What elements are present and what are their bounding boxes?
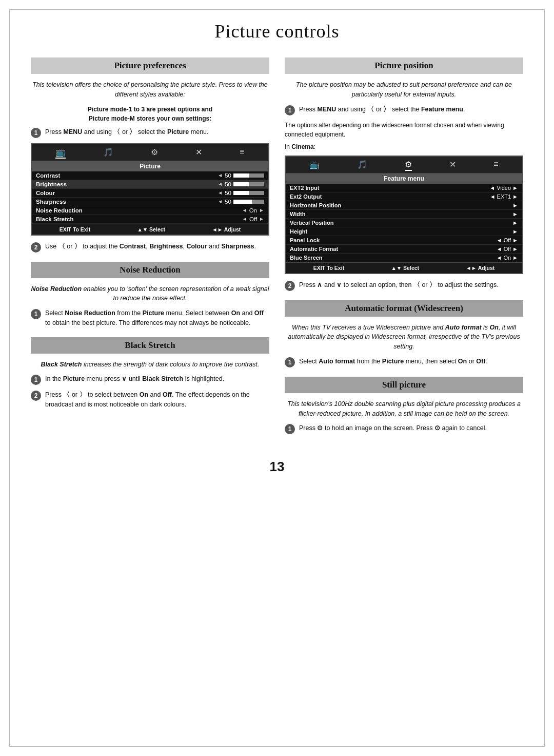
tv-icon2: 📺 [309,160,320,171]
step-num-1: 1 [31,128,41,138]
pp-step-num-2: 2 [285,281,295,291]
timer-icon: ✕ [195,147,202,159]
step2-text: Use 〈 or 〉 to adjust the Contrast, Brigh… [45,242,269,251]
music-icon: 🎵 [103,147,113,159]
list-icon2: ≡ [493,160,498,171]
black-stretch-section: Black Stretch Black Stretch increases th… [31,337,269,410]
menu-row-black-stretch: Black Stretch ◄ Off ► [32,215,268,224]
menu-row-sharpness: Sharpness ◄ 50 [32,198,268,206]
page-number: 13 [31,459,523,475]
black-stretch-body: Black Stretch increases the strength of … [31,360,269,370]
picture-preferences-header: Picture preferences [31,57,269,74]
feature-row-hpos: Horizontal Position ► [286,201,522,210]
auto-format-body: When this TV receives a true Widescreen … [285,323,523,352]
tv-icon: 📺 [55,147,66,159]
sp-step1-text: Press ⊙ to hold an image on the screen. … [299,423,523,433]
feature-row-bluescreen: Blue Screen ◄On► [286,254,522,262]
feature-menu-section-title: Feature menu [286,173,522,184]
feature-menu-icons-row: 📺 🎵 ⚙ ✕ ≡ [286,157,522,173]
feature-row-width: Width ► [286,210,522,219]
black-stretch-step2: 2 Press 〈 or 〉 to select between On and … [31,390,269,410]
settings-icon: ⚙ [151,147,158,159]
cinema-label: In Cinema: [285,142,523,151]
picture-position-step1: 1 Press MENU and using 〈 or 〉 select the… [285,105,523,115]
picture-preferences-intro: This television offers the choice of per… [31,80,269,100]
timer-icon2: ✕ [449,160,456,171]
settings-icon2: ⚙ [405,160,412,171]
feature-row-ext2input: EXT2 Input ◄Video► [286,184,522,192]
noise-reduction-header: Noise Reduction [31,262,269,278]
picture-position-intro: The picture position may be adjusted to … [285,80,523,100]
two-column-layout: Picture preferences This television offe… [31,57,523,443]
picture-pref-step2: 2 Use 〈 or 〉 to adjust the Contrast, Bri… [31,242,269,253]
still-picture-header: Still picture [285,377,523,393]
pp-step-num-1: 1 [285,105,295,115]
menu-icons-row: 📺 🎵 ⚙ ✕ ≡ [32,144,268,161]
feature-menu-footer: EXIT To Exit ▲▼ Select ◄► Adjust [286,262,522,273]
left-column: Picture preferences This television offe… [31,57,269,443]
still-picture-body: This television's 100Hz double scanning … [285,399,523,419]
picture-position-options-note: The options alter depending on the wides… [285,121,523,139]
menu-footer: EXIT To Exit ▲▼ Select ◄► Adjust [32,224,268,235]
feature-row-panellock: Panel Lock ◄Off► [286,236,522,245]
black-stretch-step1: 1 In the Picture menu press ∨ until Blac… [31,374,269,385]
af-step1-text: Select Auto format from the Picture menu… [299,357,523,366]
bs-step1-text: In the Picture menu press ∨ until Black … [45,374,269,384]
still-picture-step1: 1 Press ⊙ to hold an image on the screen… [285,423,523,434]
sp-step-num-1: 1 [285,424,295,434]
pp-step1-text: Press MENU and using 〈 or 〉 select the F… [299,105,523,114]
black-stretch-header: Black Stretch [31,337,269,354]
bs-step2-text: Press 〈 or 〉 to select between On and Of… [45,390,269,410]
picture-mode-note: Picture mode-1 to 3 are preset options a… [31,105,269,123]
noise-reduction-step1: 1 Select Noise Reduction from the Pictur… [31,308,269,328]
noise-reduction-body: Noise Reduction enables you to 'soften' … [31,284,269,304]
picture-menu-mockup: 📺 🎵 ⚙ ✕ ≡ Picture Contrast ◄ 50 [31,143,269,236]
picture-position-section: Picture position The picture position ma… [285,57,523,291]
feature-row-vpos: Vertical Position ► [286,219,522,227]
af-step-num-1: 1 [285,357,295,367]
picture-preferences-section: Picture preferences This television offe… [31,57,269,253]
menu-row-colour: Colour ◄ 50 [32,189,268,198]
auto-format-section: Automatic format (Widescreen) When this … [285,300,523,367]
bs-step-num-1: 1 [31,375,41,385]
right-column: Picture position The picture position ma… [285,57,523,443]
menu-row-contrast: Contrast ◄ 50 [32,171,268,180]
pp-step2-text: Press ∧ and ∨ to select an option, then … [299,280,523,290]
nr-step-num-1: 1 [31,309,41,319]
still-picture-section: Still picture This television's 100Hz do… [285,377,523,435]
feature-row-height: Height ► [286,227,522,236]
step-num-2: 2 [31,242,41,253]
bs-step-num-2: 2 [31,391,41,401]
feature-row-ext2output: Ext2 Output ◄EXT1► [286,192,522,201]
picture-pref-step1: 1 Press MENU and using 〈 or 〉 select the… [31,127,269,138]
auto-format-header: Automatic format (Widescreen) [285,300,523,317]
picture-position-header: Picture position [285,57,523,74]
auto-format-step1: 1 Select Auto format from the Picture me… [285,357,523,367]
page-content: Picture controls Picture preferences Thi… [0,0,554,506]
nr-step1-text: Select Noise Reduction from the Picture … [45,308,269,328]
noise-reduction-section: Noise Reduction Noise Reduction enables … [31,262,269,328]
page-title: Picture controls [31,21,523,42]
menu-row-noise-reduction: Noise Reduction ◄ On ► [32,206,268,215]
menu-section-title: Picture [32,161,268,171]
list-icon: ≡ [240,147,244,159]
feature-menu-mockup: 📺 🎵 ⚙ ✕ ≡ Feature menu EXT2 Input ◄Video… [285,156,523,274]
feature-row-autoformat: Automatic Format ◄Off► [286,245,522,254]
menu-row-brightness: Brightness ◄ 50 [32,180,268,189]
picture-position-step2: 2 Press ∧ and ∨ to select an option, the… [285,280,523,291]
music-icon2: 🎵 [357,160,367,171]
step1-text: Press MENU and using 〈 or 〉 select the P… [45,127,269,137]
